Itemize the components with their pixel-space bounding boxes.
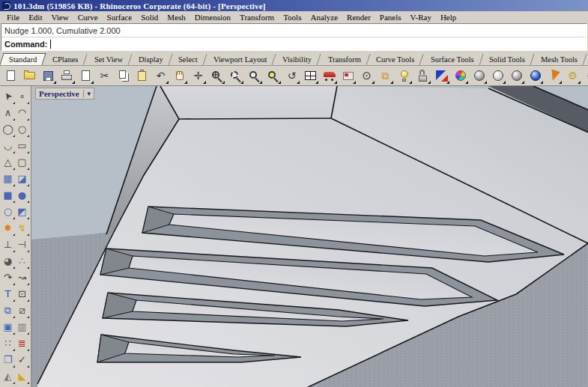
arc-icon[interactable]: ◡	[1, 137, 15, 153]
undo-view-change-icon[interactable]: ↺	[283, 67, 300, 85]
xray-display-icon[interactable]	[508, 67, 525, 85]
tab-visibility[interactable]: Visibility	[274, 54, 321, 65]
viewport-title-chip[interactable]: Perspective ▼	[35, 88, 94, 100]
cut-icon[interactable]: ✂	[96, 67, 113, 85]
print-icon[interactable]	[58, 67, 76, 85]
tab-set-view[interactable]: Set View	[85, 54, 132, 65]
curve-control-points-icon[interactable]: ◠	[15, 104, 29, 121]
zoom-window-icon[interactable]	[246, 67, 263, 85]
menu-analyze[interactable]: Analyze	[306, 13, 342, 22]
vray-icon[interactable]	[433, 67, 450, 85]
ghosted-display-icon[interactable]	[489, 67, 506, 85]
chamfer-edge-icon[interactable]: ⊣	[15, 236, 29, 252]
tab-surface-tools[interactable]: Surface Tools	[422, 54, 483, 65]
tab-mesh-tools[interactable]: Mesh Tools	[533, 54, 587, 65]
export-icon[interactable]	[77, 67, 94, 85]
tab-transform[interactable]: Transform	[319, 54, 370, 65]
menu-render[interactable]: Render	[342, 13, 375, 22]
menu-dimension[interactable]: Dimension	[190, 13, 235, 22]
menu-view[interactable]: View	[46, 13, 73, 22]
menu-surface[interactable]: Surface	[103, 13, 137, 22]
viewport-canvas[interactable]	[31, 86, 588, 387]
tab-display[interactable]: Display	[130, 54, 172, 65]
set-cplane-icon[interactable]: ⊙	[358, 67, 375, 85]
cone-tool-icon[interactable]	[545, 67, 563, 85]
surface-from-points-icon[interactable]: ▦	[1, 170, 15, 186]
menu-help[interactable]: Help	[436, 13, 461, 22]
menu-edit[interactable]: Edit	[24, 13, 46, 22]
dimension-tool-icon[interactable]: ↔	[583, 67, 588, 85]
explode-icon[interactable]: ✸	[1, 219, 15, 236]
tab-select[interactable]: Select	[170, 54, 207, 65]
copy-icon[interactable]	[115, 67, 132, 85]
tab-cplanes[interactable]: CPlanes	[44, 54, 88, 65]
menu-curve[interactable]: Curve	[73, 13, 103, 22]
menu-file[interactable]: File	[2, 13, 24, 22]
render-icon[interactable]	[321, 67, 338, 85]
zoom-extents-icon[interactable]	[208, 67, 225, 85]
undo-icon[interactable]: ↶	[152, 67, 169, 85]
menu-tools[interactable]: Tools	[279, 13, 306, 22]
tab-standard[interactable]: Standard	[0, 53, 46, 65]
zoom-dynamic-icon[interactable]	[227, 67, 244, 85]
twisted-surface-icon[interactable]: ◩	[15, 203, 29, 219]
copy-object-icon[interactable]: ❐	[1, 351, 15, 368]
rebuild-curve-icon[interactable]: ↝	[15, 269, 29, 285]
trim-icon[interactable]: ⧄	[15, 302, 29, 318]
tab-viewport-layout[interactable]: Viewport Layout	[205, 54, 276, 65]
menu-mesh[interactable]: Mesh	[163, 13, 190, 22]
polygon-icon[interactable]: △	[1, 153, 15, 170]
menu-solid[interactable]: Solid	[136, 13, 163, 22]
new-file-icon[interactable]	[2, 67, 19, 85]
named-view-icon[interactable]	[339, 67, 357, 85]
boolean-difference-icon[interactable]: ∴	[15, 252, 29, 269]
box-icon[interactable]: ■	[1, 186, 15, 203]
polyline-icon[interactable]: ∧	[1, 104, 15, 121]
menu-transform[interactable]: Transform	[235, 13, 279, 22]
select-cursor-icon[interactable]: ➤	[1, 88, 15, 104]
rendered-display-icon[interactable]	[527, 67, 544, 85]
rectangle-icon[interactable]: ▭	[15, 137, 29, 153]
text-icon[interactable]: T	[1, 285, 15, 302]
object-snap-icon[interactable]: ⧉	[377, 67, 394, 85]
tab-curve-tools[interactable]: Curve Tools	[368, 54, 424, 65]
pan-icon[interactable]	[171, 67, 188, 85]
menu-vray[interactable]: V-Ray	[406, 13, 436, 22]
surface-patch-icon[interactable]: ◪	[15, 170, 29, 186]
rotate-view-icon[interactable]: ✛	[190, 67, 207, 85]
render-color-icon[interactable]	[452, 67, 469, 85]
paste-icon[interactable]	[133, 67, 151, 85]
move-control-point-icon[interactable]: ⊡	[15, 285, 29, 302]
extract-surface-icon[interactable]: ↯	[15, 219, 29, 236]
command-prompt[interactable]: Command:	[1, 37, 587, 50]
fillet-edge-icon[interactable]: ⊥	[1, 236, 15, 252]
perspective-viewport[interactable]: Perspective ▼	[31, 86, 588, 387]
check-select-icon[interactable]: ✓	[15, 351, 29, 368]
array-linear-icon[interactable]: ▥	[15, 318, 29, 335]
menu-panels[interactable]: Panels	[375, 13, 406, 22]
circle-icon[interactable]: ◯	[1, 121, 15, 137]
viewport-menu-dropdown-icon[interactable]: ▼	[86, 91, 92, 97]
array-vertical-icon[interactable]: ≣	[15, 335, 29, 351]
boolean-union-icon[interactable]: ◕	[1, 252, 15, 269]
torus-icon[interactable]: ○	[1, 203, 15, 219]
viewport-title[interactable]: Perspective	[39, 89, 79, 98]
open-file-icon[interactable]	[21, 67, 38, 85]
rounded-rectangle-icon[interactable]: ▢	[15, 153, 29, 170]
ellipse-icon[interactable]: ○	[15, 121, 29, 137]
block-icon[interactable]: ⧉	[1, 302, 15, 318]
point-icon[interactable]: ∘	[15, 88, 29, 104]
viewport-layout-icon[interactable]	[302, 67, 319, 85]
light-icon[interactable]	[395, 67, 413, 85]
solid-box-icon[interactable]: ▣	[1, 318, 15, 335]
zoom-selected-icon[interactable]	[264, 67, 282, 85]
sphere-icon[interactable]: ●	[15, 186, 29, 203]
sweep-cone-icon[interactable]: ◣	[15, 368, 29, 384]
primitive-shapes-icon[interactable]: ◭	[1, 368, 15, 384]
tab-solid-tools[interactable]: Solid Tools	[481, 54, 535, 65]
shaded-display-icon[interactable]	[470, 67, 488, 85]
array-grid-icon[interactable]: ∷	[1, 335, 15, 351]
back-wall-upper[interactable]	[160, 86, 337, 119]
lock-icon[interactable]	[414, 67, 431, 85]
save-icon[interactable]	[40, 67, 57, 85]
